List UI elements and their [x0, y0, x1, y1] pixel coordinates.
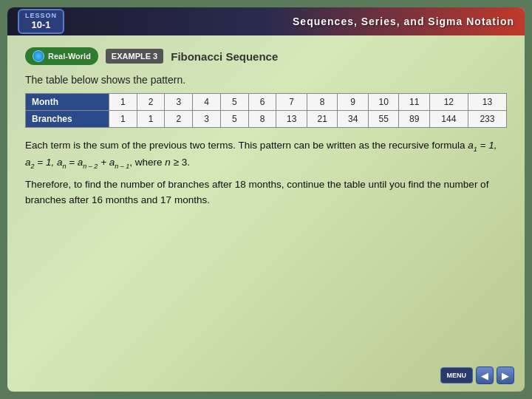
month-2: 2	[137, 94, 165, 111]
branch-6: 8	[248, 111, 276, 128]
month-6: 6	[248, 94, 276, 111]
branch-4: 3	[193, 111, 221, 128]
lesson-num: 10-1	[31, 20, 50, 30]
month-5: 5	[220, 94, 248, 111]
table-row-branches: Branches 1 1 2 3 5 8 13 21 34 55 89 144 …	[26, 111, 507, 128]
menu-button[interactable]: MENU	[440, 367, 474, 383]
example-header: Real-World EXAMPLE 3 Fibonacci Sequence	[25, 47, 507, 65]
branch-9: 34	[338, 111, 368, 128]
lesson-badge: LESSON 10-1	[18, 9, 64, 34]
month-9: 9	[338, 94, 368, 111]
body-paragraph-1: Each term is the sum of the previous two…	[25, 138, 507, 171]
fibonacci-table: Month 1 2 3 4 5 6 7 8 9 10 11 12 13 Bran…	[25, 93, 507, 128]
example-label: EXAMPLE 3	[106, 49, 163, 64]
branch-7: 13	[276, 111, 307, 128]
branch-2: 1	[137, 111, 165, 128]
body-paragraph-2: Therefore, to find the number of branche…	[25, 177, 507, 208]
globe-icon	[33, 50, 44, 62]
real-world-label: Real-World	[48, 52, 91, 61]
bottom-nav: MENU ◀ ▶	[440, 366, 515, 384]
example-title: Fibonacci Sequence	[171, 50, 278, 63]
table-row-month: Month 1 2 3 4 5 6 7 8 9 10 11 12 13	[26, 94, 507, 111]
month-12: 12	[429, 94, 468, 111]
formula-text: a1 = 1, a2 = 1, an = an – 2 + an – 1	[25, 140, 497, 168]
banner-title: Sequences, Series, and Sigma Notation	[293, 16, 514, 27]
slide: LESSON 10-1 Sequences, Series, and Sigma…	[7, 7, 525, 392]
top-banner: LESSON 10-1 Sequences, Series, and Sigma…	[7, 7, 525, 35]
month-7: 7	[276, 94, 307, 111]
month-11: 11	[399, 94, 429, 111]
branches-header: Branches	[26, 111, 109, 128]
description: The table below shows the pattern.	[25, 74, 507, 86]
back-button[interactable]: ◀	[476, 366, 494, 384]
branch-8: 21	[307, 111, 337, 128]
branch-11: 89	[399, 111, 429, 128]
branch-13: 233	[468, 111, 506, 128]
branch-12: 144	[429, 111, 468, 128]
month-1: 1	[109, 94, 137, 111]
real-world-badge: Real-World	[25, 47, 98, 65]
month-10: 10	[368, 94, 398, 111]
content-area: Real-World EXAMPLE 3 Fibonacci Sequence …	[7, 35, 525, 392]
month-4: 4	[193, 94, 221, 111]
forward-button[interactable]: ▶	[497, 366, 514, 384]
month-13: 13	[468, 94, 506, 111]
branch-10: 55	[368, 111, 398, 128]
month-8: 8	[307, 94, 337, 111]
month-header: Month	[26, 94, 109, 111]
month-3: 3	[165, 94, 193, 111]
branch-1: 1	[109, 111, 137, 128]
branch-3: 2	[165, 111, 193, 128]
branch-5: 5	[220, 111, 248, 128]
